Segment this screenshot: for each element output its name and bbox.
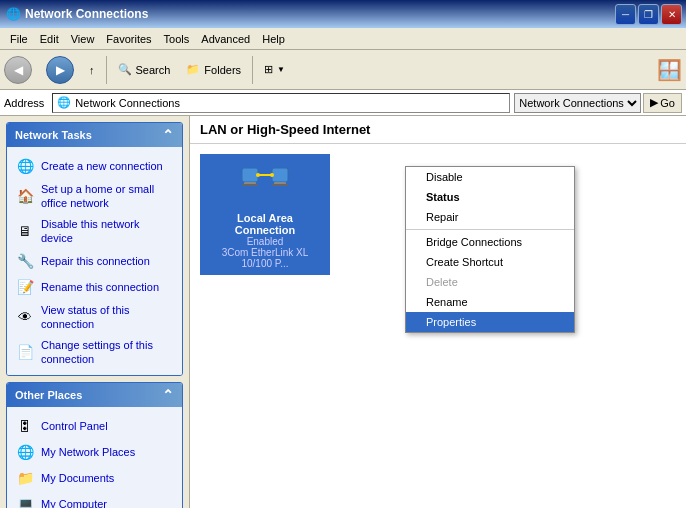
menu-view[interactable]: View (65, 31, 101, 47)
search-button[interactable]: 🔍 Search (111, 53, 178, 87)
minimize-button[interactable]: ─ (615, 4, 636, 25)
sidebar-item-control-panel[interactable]: 🎛 Control Panel (11, 413, 178, 439)
sidebar-item-change-settings[interactable]: 📄 Change settings of this connection (11, 335, 178, 370)
other-places-title: Other Places (15, 389, 82, 401)
home-office-icon: 🏠 (15, 186, 35, 206)
toolbar: ◀ ▶ ↑ 🔍 Search 📁 Folders ⊞ ▼ 🪟 (0, 50, 686, 90)
menu-help[interactable]: Help (256, 31, 291, 47)
sidebar-item-my-documents[interactable]: 📁 My Documents (11, 465, 178, 491)
other-places-header[interactable]: Other Places ⌃ (7, 383, 182, 407)
main-content: Network Tasks ⌃ 🌐 Create a new connectio… (0, 116, 686, 508)
address-input[interactable]: 🌐 Network Connections (52, 93, 510, 113)
forward-button[interactable]: ▶ (46, 56, 74, 84)
context-menu-delete: Delete (406, 272, 574, 292)
context-menu-properties[interactable]: Properties (406, 312, 574, 332)
sidebar-item-disable-device[interactable]: 🖥 Disable this network device (11, 214, 178, 249)
disable-device-label: Disable this network device (41, 217, 174, 246)
sidebar-item-rename[interactable]: 📝 Rename this connection (11, 274, 178, 300)
menu-favorites[interactable]: Favorites (100, 31, 157, 47)
up-icon: ↑ (89, 64, 95, 76)
up-button[interactable]: ↑ (82, 53, 102, 87)
svg-rect-5 (272, 184, 288, 186)
create-connection-label: Create a new connection (41, 159, 163, 173)
other-places-chevron: ⌃ (162, 387, 174, 403)
rename-icon: 📝 (15, 277, 35, 297)
folders-button[interactable]: 📁 Folders (179, 53, 248, 87)
network-tasks-section: Network Tasks ⌃ 🌐 Create a new connectio… (6, 122, 183, 376)
connection-type: 3Com EtherLink XL 10/100 P... (206, 247, 324, 269)
my-documents-icon: 📁 (15, 468, 35, 488)
view-status-label: View status of this connection (41, 303, 174, 332)
svg-rect-0 (242, 168, 258, 182)
xp-logo: 🪟 (656, 57, 682, 83)
context-menu-rename[interactable]: Rename (406, 292, 574, 312)
search-label: Search (136, 64, 171, 76)
titlebar: 🌐 Network Connections ─ ❐ ✕ (0, 0, 686, 28)
content-header: LAN or High-Speed Internet (190, 116, 686, 144)
context-menu-status[interactable]: Status (406, 187, 574, 207)
sidebar-item-my-computer[interactable]: 💻 My Computer (11, 491, 178, 508)
context-menu-separator-1 (406, 229, 574, 230)
go-label: Go (660, 97, 675, 109)
control-panel-icon: 🎛 (15, 416, 35, 436)
views-icon: ⊞ (264, 63, 273, 76)
go-button[interactable]: ▶ Go (643, 93, 682, 113)
go-icon: ▶ (650, 96, 658, 109)
close-button[interactable]: ✕ (661, 4, 682, 25)
svg-point-8 (270, 173, 274, 177)
context-menu-create-shortcut[interactable]: Create Shortcut (406, 252, 574, 272)
svg-point-7 (256, 173, 260, 177)
restore-button[interactable]: ❐ (638, 4, 659, 25)
addressbar: Address 🌐 Network Connections Network Co… (0, 90, 686, 116)
rename-label: Rename this connection (41, 280, 159, 294)
section-title: LAN or High-Speed Internet (200, 122, 370, 137)
sidebar-item-my-network[interactable]: 🌐 My Network Places (11, 439, 178, 465)
my-computer-label: My Computer (41, 497, 107, 508)
home-office-label: Set up a home or small office network (41, 182, 174, 211)
views-button[interactable]: ⊞ ▼ (257, 53, 292, 87)
context-menu-bridge[interactable]: Bridge Connections (406, 232, 574, 252)
sidebar-item-home-office[interactable]: 🏠 Set up a home or small office network (11, 179, 178, 214)
separator-1 (106, 56, 107, 84)
network-tasks-content: 🌐 Create a new connection 🏠 Set up a hom… (7, 147, 182, 375)
menu-file[interactable]: File (4, 31, 34, 47)
folders-label: Folders (204, 64, 241, 76)
back-button[interactable]: ◀ (4, 56, 32, 84)
disable-device-icon: 🖥 (15, 221, 35, 241)
sidebar-item-create-connection[interactable]: 🌐 Create a new connection (11, 153, 178, 179)
view-status-icon: 👁 (15, 307, 35, 327)
content-area: LAN or High-Speed Internet (190, 116, 686, 508)
repair-icon: 🔧 (15, 251, 35, 271)
create-connection-icon: 🌐 (15, 156, 35, 176)
address-icon: 🌐 (57, 96, 71, 109)
sidebar: Network Tasks ⌃ 🌐 Create a new connectio… (0, 116, 190, 508)
other-places-content: 🎛 Control Panel 🌐 My Network Places 📁 My… (7, 407, 182, 508)
my-documents-label: My Documents (41, 471, 114, 485)
repair-label: Repair this connection (41, 254, 150, 268)
sidebar-item-view-status[interactable]: 👁 View status of this connection (11, 300, 178, 335)
context-menu-repair[interactable]: Repair (406, 207, 574, 227)
window-title: Network Connections (25, 7, 148, 21)
connection-item-local-area[interactable]: Local Area Connection Enabled 3Com Ether… (200, 154, 330, 275)
window-icon: 🌐 (6, 7, 21, 21)
context-menu-disable[interactable]: Disable (406, 167, 574, 187)
change-settings-label: Change settings of this connection (41, 338, 174, 367)
network-tasks-header[interactable]: Network Tasks ⌃ (7, 123, 182, 147)
context-menu: Disable Status Repair Bridge Connections… (405, 166, 575, 333)
menu-edit[interactable]: Edit (34, 31, 65, 47)
menu-advanced[interactable]: Advanced (195, 31, 256, 47)
address-dropdown[interactable]: Network Connections (514, 93, 641, 113)
address-label: Address (4, 97, 48, 109)
views-dropdown-icon: ▼ (277, 65, 285, 74)
connection-network-icon (241, 160, 289, 208)
menu-tools[interactable]: Tools (158, 31, 196, 47)
sidebar-item-repair[interactable]: 🔧 Repair this connection (11, 248, 178, 274)
connection-status: Enabled (247, 236, 284, 247)
connection-name: Local Area Connection (206, 212, 324, 236)
my-network-label: My Network Places (41, 445, 135, 459)
my-computer-icon: 💻 (15, 494, 35, 508)
address-value: Network Connections (75, 97, 180, 109)
network-tasks-chevron: ⌃ (162, 127, 174, 143)
svg-rect-3 (272, 168, 288, 182)
titlebar-buttons: ─ ❐ ✕ (615, 4, 682, 25)
